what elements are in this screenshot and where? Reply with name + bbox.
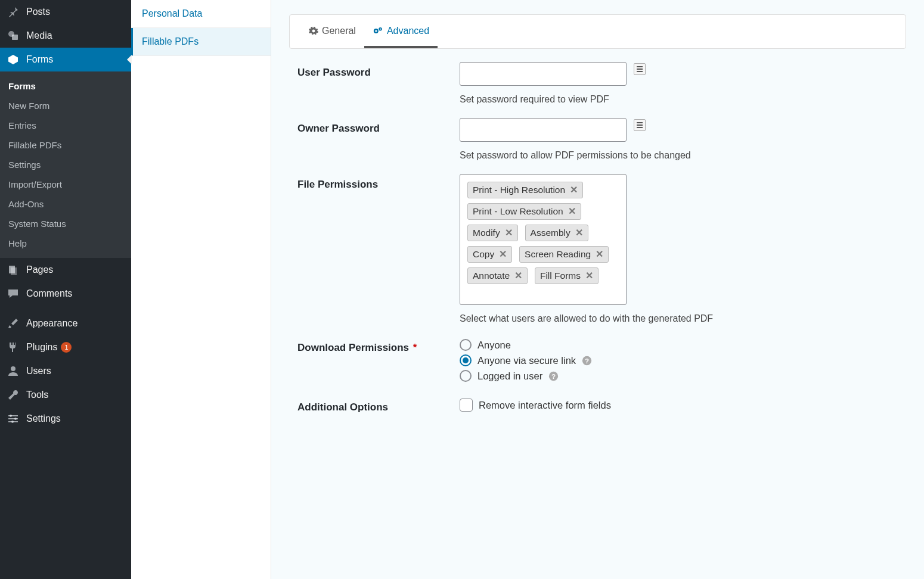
svg-marker-2 bbox=[8, 55, 18, 64]
owner-password-input[interactable] bbox=[460, 118, 627, 142]
sidebar-item-posts[interactable]: Posts bbox=[0, 0, 131, 24]
subnav-personal-data[interactable]: Personal Data bbox=[131, 0, 271, 28]
svg-rect-16 bbox=[637, 66, 643, 67]
tab-label: General bbox=[322, 26, 356, 36]
sidebar-label: Appearance bbox=[26, 318, 77, 329]
sidebar-item-plugins[interactable]: Plugins 1 bbox=[0, 335, 131, 359]
svg-rect-1 bbox=[12, 35, 18, 40]
pin-icon bbox=[7, 6, 19, 18]
gears-icon bbox=[373, 26, 383, 36]
help-user-password: Set password required to view PDF bbox=[460, 94, 906, 105]
sliders-icon bbox=[7, 413, 19, 425]
checkbox-remove-interactive-fields[interactable] bbox=[460, 399, 473, 412]
tag-fill-forms[interactable]: Fill Forms✕ bbox=[535, 267, 599, 284]
forms-icon bbox=[7, 54, 19, 66]
radio-label: Anyone bbox=[477, 340, 511, 351]
sidebar-sub-system-status[interactable]: System Status bbox=[0, 214, 131, 234]
remove-tag-icon[interactable]: ✕ bbox=[568, 206, 576, 217]
sidebar-sub-settings[interactable]: Settings bbox=[0, 155, 131, 175]
sidebar-item-settings[interactable]: Settings bbox=[0, 407, 131, 431]
tag-print-high[interactable]: Print - High Resolution✕ bbox=[467, 182, 583, 198]
tab-advanced[interactable]: Advanced bbox=[364, 15, 438, 48]
subnav-fillable-pdfs[interactable]: Fillable PDFs bbox=[131, 28, 271, 56]
tag-assembly[interactable]: Assembly✕ bbox=[525, 225, 588, 241]
sidebar-sub-entries[interactable]: Entries bbox=[0, 116, 131, 135]
sidebar-label: Comments bbox=[26, 288, 72, 299]
label-owner-password: Owner Password bbox=[297, 118, 460, 135]
tag-modify[interactable]: Modify✕ bbox=[467, 225, 518, 241]
svg-rect-19 bbox=[637, 122, 643, 123]
svg-point-5 bbox=[11, 366, 15, 371]
user-password-input[interactable] bbox=[460, 62, 627, 86]
tag-copy[interactable]: Copy✕ bbox=[467, 246, 512, 263]
radio-label: Logged in user bbox=[477, 371, 542, 382]
radio-anyone[interactable] bbox=[460, 339, 472, 351]
sidebar-label: Posts bbox=[26, 7, 50, 17]
sidebar-item-forms[interactable]: Forms bbox=[0, 48, 131, 71]
radio-label: Anyone via secure link bbox=[477, 355, 576, 366]
svg-point-9 bbox=[10, 415, 12, 417]
sidebar-item-appearance[interactable]: Appearance bbox=[0, 312, 131, 335]
sidebar-label: Users bbox=[26, 366, 51, 376]
svg-point-11 bbox=[11, 421, 14, 423]
label-file-permissions: File Permissions bbox=[297, 174, 460, 191]
sidebar-label: Media bbox=[26, 30, 52, 41]
svg-point-10 bbox=[14, 418, 17, 420]
required-asterisk: * bbox=[413, 342, 417, 353]
sidebar-label: Tools bbox=[26, 390, 48, 400]
main-panel: General Advanced User Password Set passw… bbox=[271, 0, 924, 579]
help-icon[interactable]: ? bbox=[548, 371, 559, 381]
admin-sidebar: Posts Media Forms Forms New Form Entries… bbox=[0, 0, 131, 579]
svg-rect-21 bbox=[637, 127, 643, 128]
sidebar-sub-fillable-pdfs[interactable]: Fillable PDFs bbox=[0, 135, 131, 155]
comment-icon bbox=[7, 288, 19, 300]
tag-screen-reading[interactable]: Screen Reading✕ bbox=[519, 246, 609, 263]
sidebar-item-tools[interactable]: Tools bbox=[0, 383, 131, 407]
brush-icon bbox=[7, 317, 19, 329]
remove-tag-icon[interactable]: ✕ bbox=[585, 270, 593, 281]
remove-tag-icon[interactable]: ✕ bbox=[575, 228, 583, 238]
remove-tag-icon[interactable]: ✕ bbox=[570, 185, 578, 195]
tag-print-low[interactable]: Print - Low Resolution✕ bbox=[467, 203, 581, 220]
sidebar-sub-add-ons[interactable]: Add-Ons bbox=[0, 194, 131, 214]
svg-text:?: ? bbox=[585, 357, 589, 364]
remove-tag-icon[interactable]: ✕ bbox=[514, 270, 522, 281]
sidebar-item-media[interactable]: Media bbox=[0, 24, 131, 48]
remove-tag-icon[interactable]: ✕ bbox=[499, 249, 507, 260]
sidebar-sub-import-export[interactable]: Import/Export bbox=[0, 175, 131, 194]
plugins-update-badge: 1 bbox=[61, 342, 72, 353]
plug-icon bbox=[7, 341, 19, 353]
svg-point-15 bbox=[380, 29, 381, 30]
remove-tag-icon[interactable]: ✕ bbox=[505, 228, 513, 238]
label-user-password: User Password bbox=[297, 62, 460, 79]
merge-tag-button[interactable] bbox=[634, 63, 646, 75]
help-icon[interactable]: ? bbox=[582, 356, 592, 366]
media-icon bbox=[7, 30, 19, 42]
pages-icon bbox=[7, 264, 19, 276]
remove-tag-icon[interactable]: ✕ bbox=[596, 249, 603, 260]
sidebar-item-comments[interactable]: Comments bbox=[0, 282, 131, 306]
radio-anyone-secure-link[interactable] bbox=[460, 354, 472, 366]
sidebar-sub-new-form[interactable]: New Form bbox=[0, 96, 131, 116]
sidebar-label: Forms bbox=[26, 54, 53, 65]
radio-logged-in-user[interactable] bbox=[460, 370, 472, 382]
sidebar-label: Settings bbox=[26, 413, 61, 424]
label-download-permissions: Download Permissions * bbox=[297, 337, 460, 354]
svg-text:?: ? bbox=[551, 372, 556, 379]
sidebar-item-users[interactable]: Users bbox=[0, 359, 131, 383]
merge-tag-button[interactable] bbox=[634, 119, 646, 131]
tab-general[interactable]: General bbox=[300, 15, 364, 48]
checkbox-label: Remove interactive form fields bbox=[479, 400, 611, 411]
tabs-container: General Advanced bbox=[289, 14, 906, 49]
tag-annotate[interactable]: Annotate✕ bbox=[467, 267, 528, 284]
help-file-permissions: Select what users are allowed to do with… bbox=[460, 313, 906, 324]
sidebar-item-pages[interactable]: Pages bbox=[0, 258, 131, 282]
sidebar-submenu: Forms New Form Entries Fillable PDFs Set… bbox=[0, 71, 131, 258]
svg-rect-17 bbox=[637, 69, 643, 70]
svg-rect-4 bbox=[11, 267, 17, 275]
file-permissions-select[interactable]: Print - High Resolution✕ Print - Low Res… bbox=[460, 174, 627, 305]
sidebar-sub-help[interactable]: Help bbox=[0, 234, 131, 253]
sidebar-label: Plugins bbox=[26, 342, 57, 353]
sidebar-sub-forms[interactable]: Forms bbox=[0, 76, 131, 96]
wrench-icon bbox=[7, 389, 19, 401]
